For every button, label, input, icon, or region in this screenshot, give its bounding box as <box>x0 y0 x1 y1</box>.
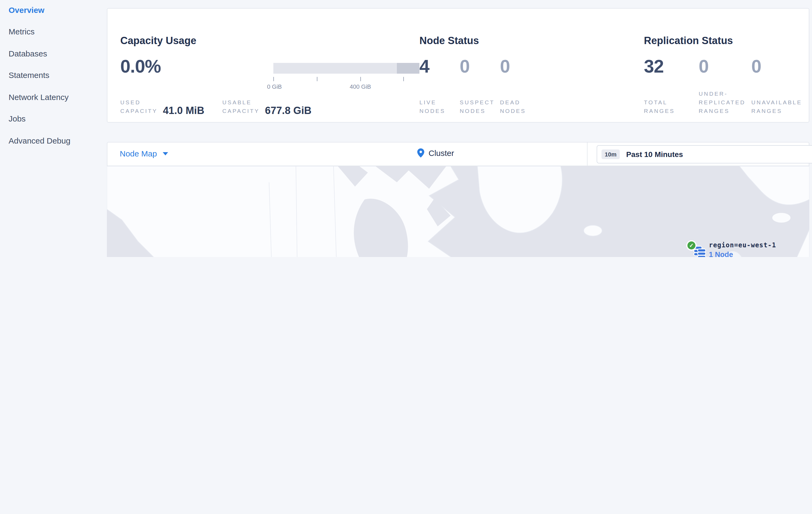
unavailable-ranges-count: 0 <box>751 56 761 77</box>
toolbar-divider <box>587 142 587 166</box>
view-selector-dropdown[interactable]: Node Map <box>120 149 168 158</box>
breadcrumb[interactable]: Cluster <box>417 148 454 158</box>
total-ranges-label: TOTALRANGES <box>644 98 675 115</box>
sidebar-item-metrics[interactable]: Metrics <box>8 27 35 36</box>
map-pin-icon <box>417 148 424 158</box>
region-marker-eu-west-1[interactable]: ✓ region=eu-west-1 1 Node 0% CAPACITY <box>686 240 767 257</box>
caret-down-icon <box>163 152 168 155</box>
sidebar-item-overview[interactable]: Overview <box>8 5 44 15</box>
dead-nodes-label: DEADNODES <box>500 98 526 115</box>
replication-status-title: Replication Status <box>644 35 733 47</box>
region-name: region=eu-west-1 <box>709 241 776 249</box>
sidebar-item-advanced-debug[interactable]: Advanced Debug <box>8 136 70 145</box>
under-replicated-count: 0 <box>699 56 708 77</box>
sidebar-item-network-latency[interactable]: Network Latency <box>8 92 68 102</box>
capacity-usage-bar <box>273 63 419 74</box>
used-capacity-value: 41.0 MiB <box>163 105 204 117</box>
capacity-axis-tick <box>273 77 274 81</box>
capacity-usage-percent: 0.0% <box>120 56 161 77</box>
usable-capacity-stat: USABLE CAPACITY 677.8 GiB <box>222 98 312 115</box>
cluster-summary-card: Capacity Usage 0.0% 0 GiB 400 GiB USED C… <box>107 8 809 123</box>
usable-capacity-value: 677.8 GiB <box>265 105 312 117</box>
capacity-axis-tick <box>317 77 317 81</box>
capacity-axis-tick <box>360 77 361 81</box>
live-nodes-count: 4 <box>419 56 429 77</box>
sidebar-item-jobs[interactable]: Jobs <box>8 114 26 123</box>
capacity-axis-label-0: 0 GiB <box>267 83 282 90</box>
capacity-axis-label-400: 400 GiB <box>350 83 371 90</box>
usable-capacity-label: USABLE <box>222 99 252 105</box>
total-ranges-count: 32 <box>644 56 664 77</box>
used-capacity-label: USED <box>120 99 141 105</box>
capacity-axis-tick <box>403 77 404 81</box>
breadcrumb-cluster-label: Cluster <box>429 148 454 158</box>
sidebar: Overview Metrics Databases Statements Ne… <box>0 0 106 257</box>
node-map-toolbar: Node Map Cluster 10m Past 10 Minutes <box>107 142 809 166</box>
time-range-badge: 10m <box>602 150 620 159</box>
overview-page: Overview Metrics Databases Statements Ne… <box>0 0 812 257</box>
dead-nodes-count: 0 <box>500 56 510 77</box>
suspect-nodes-label: SUSPECTNODES <box>460 98 495 115</box>
used-capacity-stat: USED CAPACITY 41.0 MiB <box>120 98 204 115</box>
view-selector-label: Node Map <box>120 149 157 158</box>
region-marker-header: ✓ region=eu-west-1 1 Node <box>686 240 767 257</box>
sidebar-item-statements[interactable]: Statements <box>8 71 50 80</box>
node-status-title: Node Status <box>419 35 479 47</box>
check-circle-icon: ✓ <box>686 240 697 250</box>
time-range-dropdown[interactable]: 10m Past 10 Minutes <box>597 145 812 163</box>
region-node-count: 1 Node <box>709 250 733 257</box>
node-map: ✓ region=us-west-1 1 Node 0% CAPACITY <box>107 166 809 257</box>
sidebar-item-databases[interactable]: Databases <box>8 49 47 58</box>
capacity-usage-title: Capacity Usage <box>120 35 196 47</box>
capacity-usage-bar-reserved <box>397 63 419 74</box>
under-replicated-label: UNDER-REPLICATEDRANGES <box>699 89 746 115</box>
live-nodes-label: LIVENODES <box>419 98 445 115</box>
unavailable-ranges-label: UNAVAILABLERANGES <box>751 98 802 115</box>
suspect-nodes-count: 0 <box>460 56 470 77</box>
time-range-label: Past 10 Minutes <box>626 150 812 159</box>
